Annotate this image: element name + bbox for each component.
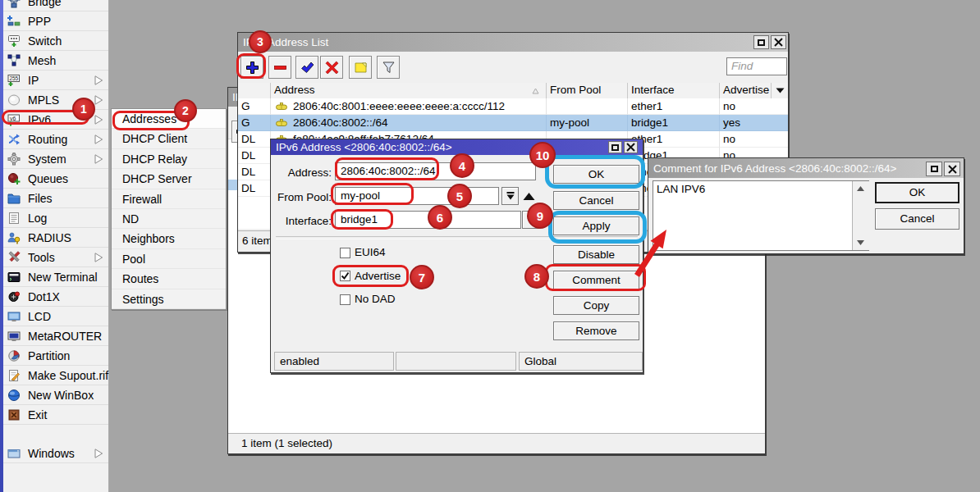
sidebar-item-metarouter[interactable]: MetaROUTER xyxy=(3,326,108,346)
toolbar-filter-button[interactable] xyxy=(377,56,400,79)
sidebar-item-files[interactable]: Files xyxy=(3,189,108,208)
cell xyxy=(547,98,628,115)
scroll-down-button[interactable] xyxy=(853,235,868,250)
sidebar-item-radius[interactable]: RADIUS xyxy=(3,228,108,248)
eui64-checkbox[interactable] xyxy=(340,248,350,258)
comment-button[interactable]: Comment xyxy=(553,271,639,289)
from-pool-field[interactable]: my-pool xyxy=(335,187,499,205)
scroll-up-button[interactable] xyxy=(853,181,868,196)
disable-button[interactable]: Disable xyxy=(553,245,639,264)
dialog-title: IPv6 Address <2806:40c:8002::/64> xyxy=(276,141,452,153)
submenu-item-addresses[interactable]: Addresses xyxy=(112,109,226,129)
sidebar-item-windows[interactable]: Windows xyxy=(3,444,108,463)
from-pool-label: From Pool: xyxy=(271,191,332,203)
sidebar-item-queues[interactable]: Queues xyxy=(3,169,108,189)
bridge-icon xyxy=(7,0,21,8)
sidebar-item-log[interactable]: Log xyxy=(3,208,108,228)
address-row[interactable]: G2806:40c:8001:eeee:eeee:eeee:a:cccc/112… xyxy=(238,98,788,115)
sidebar-item-label: RADIUS xyxy=(28,231,71,244)
no-dad-checkbox[interactable] xyxy=(340,294,350,305)
comment-titlebar[interactable]: Comment for IPv6 Address <2806:40c:8002:… xyxy=(648,158,964,178)
apply-button[interactable]: Apply xyxy=(553,216,639,235)
sidebar-item-label: Dot1X xyxy=(28,290,60,303)
submenu-item-dhcp-server[interactable]: DHCP Server xyxy=(112,169,226,189)
sidebar-item-mesh[interactable]: Mesh xyxy=(3,51,108,71)
column-select-button[interactable] xyxy=(772,83,788,98)
advertise-checkbox[interactable] xyxy=(340,271,350,281)
column-header-advertise[interactable]: Advertise xyxy=(720,83,772,98)
from-pool-collapse-button[interactable] xyxy=(523,191,535,203)
newwinbox-icon xyxy=(7,389,21,402)
submenu-item-dhcp-client[interactable]: DHCP Client xyxy=(112,129,226,148)
sidebar-item-dot1x[interactable]: Dot1X xyxy=(3,287,108,307)
interface-field[interactable]: bridge1 xyxy=(335,211,521,229)
toolbar-add-button[interactable] xyxy=(240,56,263,79)
sidebar-item-bridge[interactable]: Bridge xyxy=(3,0,108,11)
sidebar-item-ipv6[interactable]: v6IPv6 xyxy=(3,110,108,130)
column-header-address[interactable]: Address xyxy=(271,83,547,98)
submenu-item-firewall[interactable]: Firewall xyxy=(112,189,226,209)
comment-scrollbar[interactable] xyxy=(852,181,869,250)
toolbar-enable-button[interactable] xyxy=(295,56,318,79)
submenu-item-nd[interactable]: ND xyxy=(112,209,226,229)
column-header-flags[interactable] xyxy=(238,83,271,98)
submenu-item-pool[interactable]: Pool xyxy=(112,249,226,269)
address-row-selected[interactable]: G2806:40c:8002::/64my-poolbridge1yes xyxy=(238,115,788,131)
sidebar-item-exit[interactable]: Exit xyxy=(3,405,108,425)
cell: no xyxy=(720,131,788,148)
comment-ok-button[interactable]: OK xyxy=(875,182,959,203)
address-field[interactable]: 2806:40c:8002::/64 xyxy=(335,162,536,180)
sidebar-items: BridgePPPSwitchMesh255IPMPLSv6IPv6Routin… xyxy=(3,0,108,463)
sidebar-item-new-terminal[interactable]: New Terminal xyxy=(3,267,108,287)
remove-button[interactable]: Remove xyxy=(553,321,639,340)
submenu-item-neighbors[interactable]: Neighbors xyxy=(112,229,226,248)
dialog-status-cell-empty xyxy=(396,352,516,371)
sidebar-item-tools[interactable]: Tools xyxy=(3,248,108,267)
cell: yes xyxy=(720,115,788,131)
sidebar-item-lcd[interactable]: LCD xyxy=(3,307,108,326)
ipv6-list-titlebar[interactable]: IPv6 Address List xyxy=(238,33,788,52)
sidebar-item-partition[interactable]: Partition xyxy=(3,346,108,366)
supout-icon xyxy=(7,369,21,382)
column-header-interface[interactable]: Interface xyxy=(628,83,720,98)
ok-button[interactable]: OK xyxy=(553,165,639,184)
dialog-close-button[interactable] xyxy=(624,141,638,153)
comment-maximize-button[interactable] xyxy=(926,162,942,176)
find-input[interactable]: Find xyxy=(726,57,787,75)
sidebar-item-ppp[interactable]: PPP xyxy=(3,11,108,31)
dialog-comment: Comment for IPv6 Address <2806:40c:8002:… xyxy=(648,157,964,254)
comment-cancel-button[interactable]: Cancel xyxy=(875,208,959,230)
sidebar-item-make-supout-rif[interactable]: Make Supout.rif xyxy=(3,366,108,385)
column-header-from-pool[interactable]: From Pool xyxy=(547,83,628,98)
dialog-status-cell-enabled: enabled xyxy=(274,352,394,371)
comment-textarea[interactable]: LAN IPV6 xyxy=(653,180,869,251)
close-icon xyxy=(948,165,957,174)
toolbar-remove-button[interactable] xyxy=(268,56,291,79)
submenu-item-routes[interactable]: Routes xyxy=(112,269,226,289)
address-label: Address: xyxy=(271,166,332,179)
sidebar-item-mpls[interactable]: MPLS xyxy=(3,90,108,110)
cell: 2806:40c:8002::/64 xyxy=(271,115,547,131)
sidebar-item-new-winbox[interactable]: New WinBox xyxy=(3,385,108,405)
cancel-button[interactable]: Cancel xyxy=(553,191,639,210)
sidebar-item-routing[interactable]: Routing xyxy=(3,130,108,149)
submenu-item-dhcp-relay[interactable]: DHCP Relay xyxy=(112,149,226,169)
sidebar-item-label: IPv6 xyxy=(28,113,51,126)
exit-icon xyxy=(7,408,21,421)
sidebar-item-ip[interactable]: 255IP xyxy=(3,71,108,90)
from-pool-dropdown-button[interactable] xyxy=(501,187,519,205)
interface-dropdown-button[interactable] xyxy=(522,211,539,229)
sidebar-item-switch[interactable]: Switch xyxy=(3,31,108,51)
dialog-titlebar[interactable]: IPv6 Address <2806:40c:8002::/64> xyxy=(271,139,643,155)
copy-button[interactable]: Copy xyxy=(553,296,639,315)
dialog-maximize-button[interactable] xyxy=(608,141,622,153)
toolbar-disable-button[interactable] xyxy=(320,56,343,79)
mesh-icon xyxy=(7,54,21,67)
toolbar-comment-button[interactable] xyxy=(349,56,372,79)
comment-close-button[interactable] xyxy=(944,162,960,176)
ipv6-list-close-button[interactable] xyxy=(771,35,786,49)
sidebar-item-system[interactable]: System xyxy=(3,149,108,169)
submenu-item-settings[interactable]: Settings xyxy=(112,289,226,309)
close-icon xyxy=(626,143,635,152)
ipv6-list-maximize-button[interactable] xyxy=(753,35,769,49)
